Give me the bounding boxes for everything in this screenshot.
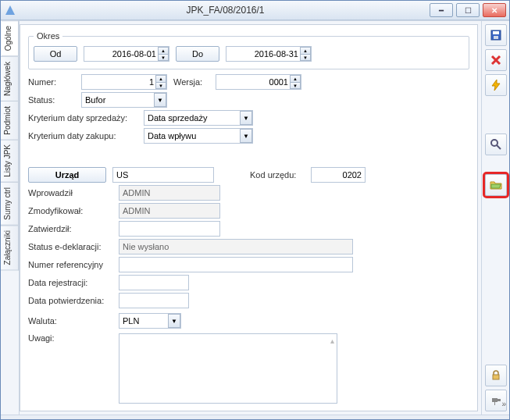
vertical-tabs: Załączniki Sumy ctrl Listy JPK Podmiot N… <box>1 21 20 415</box>
uwagi-textarea[interactable] <box>119 333 337 404</box>
window-title: JPK_FA/08/2016/1 <box>21 5 430 16</box>
tab-sumy-ctrl[interactable]: Sumy ctrl <box>1 182 19 226</box>
svg-marker-6 <box>492 80 500 91</box>
zatwierdzil-label: Zatwierdził: <box>28 224 112 233</box>
wersja-spinner[interactable]: ▲▼ <box>290 75 301 89</box>
do-date-input[interactable] <box>226 46 312 62</box>
calculate-button[interactable] <box>485 74 507 96</box>
kod-urzedu-input[interactable] <box>311 167 366 183</box>
svg-rect-11 <box>498 399 501 401</box>
data-potw-label: Data potwierdzenia: <box>28 296 112 305</box>
open-folder-icon <box>490 179 502 191</box>
svg-rect-12 <box>494 402 495 405</box>
zmodyfikowal-input <box>119 203 220 219</box>
magnifier-icon <box>490 138 502 151</box>
kryt-sprzedazy-combo[interactable] <box>144 110 253 126</box>
tab-listy-jpk[interactable]: Listy JPK <box>1 139 19 183</box>
data-potw-input[interactable] <box>119 293 189 308</box>
save-icon <box>490 29 502 41</box>
numer-ref-label: Numer referencyjny <box>28 260 112 269</box>
svg-marker-0 <box>5 5 15 15</box>
save-button[interactable] <box>485 24 507 46</box>
tab-ogolne[interactable]: Ogólne <box>1 20 19 56</box>
svg-point-7 <box>491 140 498 146</box>
wersja-label: Wersja: <box>173 77 209 87</box>
zmodyfikowal-label: Zmodyfikował: <box>28 206 112 215</box>
numer-ref-input[interactable] <box>119 257 353 272</box>
tab-naglowek[interactable]: Nagłówek <box>1 56 19 101</box>
status-edek-label: Status e-deklaracji: <box>28 242 112 251</box>
statusbar <box>1 415 509 419</box>
chevron-down-icon[interactable]: ▼ <box>240 111 252 125</box>
tab-zalaczniki[interactable]: Załączniki <box>1 225 19 270</box>
app-icon <box>4 4 16 16</box>
delete-icon <box>490 55 501 66</box>
status-label: Status: <box>28 95 75 105</box>
tab-podmiot[interactable]: Podmiot <box>1 101 19 141</box>
wprowadzil-input <box>119 185 220 201</box>
kod-urzedu-label: Kod urzędu: <box>250 170 305 180</box>
wprowadzil-label: Wprowadził <box>28 188 112 198</box>
wersja-input[interactable] <box>216 74 301 90</box>
svg-rect-2 <box>493 31 499 34</box>
numer-label: Numer: <box>28 77 75 87</box>
minimize-button[interactable]: ━ <box>430 3 453 17</box>
numer-input[interactable] <box>81 74 167 90</box>
data-rej-input[interactable] <box>119 275 189 290</box>
main-panel: Okres Od ▲▼ Do ▲▼ Numer: <box>20 24 478 411</box>
chevron-down-icon[interactable]: ▼ <box>168 314 180 328</box>
kryt-zakupu-combo[interactable] <box>144 128 253 144</box>
waluta-label: Waluta: <box>28 316 112 326</box>
expand-toolbar-icon[interactable]: » <box>501 400 506 408</box>
okres-group: Okres Od ▲▼ Do ▲▼ <box>28 31 469 69</box>
okres-legend: Okres <box>34 31 62 41</box>
lightning-icon <box>490 79 502 91</box>
right-toolbar: » <box>481 21 509 415</box>
kryt-zakupu-label: Kryterium daty zakupu: <box>28 131 137 141</box>
zatwierdzil-input[interactable] <box>119 221 220 237</box>
do-date-spinner[interactable]: ▲▼ <box>300 47 311 61</box>
titlebar: JPK_FA/08/2016/1 ━ ☐ ✕ <box>1 1 509 20</box>
svg-rect-10 <box>492 398 498 402</box>
search-button[interactable] <box>485 133 507 155</box>
od-date-input[interactable] <box>84 46 169 62</box>
lock-icon <box>490 370 501 381</box>
od-button[interactable]: Od <box>34 46 77 62</box>
delete-button[interactable] <box>485 49 507 71</box>
svg-rect-9 <box>493 375 499 379</box>
uwagi-label: Uwagi: <box>28 333 112 343</box>
close-button[interactable]: ✕ <box>483 3 506 17</box>
urzad-button[interactable]: Urząd <box>28 167 106 183</box>
chevron-down-icon[interactable]: ▼ <box>154 93 166 107</box>
data-rej-label: Data rejestracji: <box>28 278 112 287</box>
do-button[interactable]: Do <box>176 46 219 62</box>
status-edek-input <box>119 239 353 254</box>
numer-spinner[interactable]: ▲▼ <box>155 75 166 89</box>
open-folder-button[interactable] <box>485 174 507 196</box>
svg-line-8 <box>497 145 501 149</box>
urzad-input[interactable] <box>112 167 214 183</box>
lock-button[interactable] <box>485 365 507 386</box>
kryt-sprzedazy-label: Kryterium daty sprzedaży: <box>28 113 137 123</box>
maximize-button[interactable]: ☐ <box>456 3 480 17</box>
od-date-spinner[interactable]: ▲▼ <box>158 47 169 61</box>
scroll-up-icon[interactable]: ▴ <box>330 336 334 345</box>
svg-rect-3 <box>494 36 498 39</box>
chevron-down-icon[interactable]: ▼ <box>240 129 252 143</box>
pin-icon <box>490 395 501 406</box>
